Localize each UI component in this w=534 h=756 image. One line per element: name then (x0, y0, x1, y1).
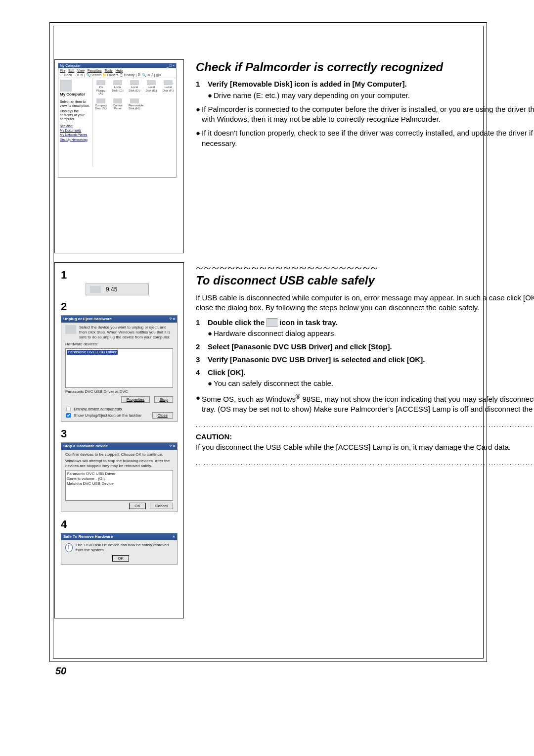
step-4-number: 4 (61, 518, 178, 531)
wave-divider: ~~~~~~~~~~~~~~~~~~~~~~~ (196, 262, 534, 274)
step-1-number: 1 (61, 269, 178, 282)
disk-icon (147, 80, 156, 85)
mycomputer-left-hint2: Displays the contents of your computer (60, 109, 91, 121)
unplug-dialog: Unplug or Eject Hardware ? × Select the … (61, 315, 178, 422)
s2-step1-sub: Hardware disconnect dialog appears. (214, 329, 336, 338)
drive-e: Local Disk (E:) (146, 86, 157, 92)
info-icon: i (65, 543, 73, 552)
eject-dialog-icon (65, 325, 76, 334)
properties-button[interactable]: Properties (121, 396, 150, 403)
stop-item-2: Generic volume - (G:) (67, 476, 172, 481)
stop-title: Stop a Hardware device (63, 444, 108, 449)
mycomputer-left-hint: Select an item to view its description. (60, 100, 91, 107)
bullet-dot-icon: ● (196, 104, 202, 125)
disk-icon (164, 80, 173, 85)
removable-disk-icon (130, 98, 139, 103)
right-column: Check if Palmcorder is correctly recogni… (196, 59, 534, 627)
mycomputer-window: My Computer _ □ × File Edit View Favorit… (58, 63, 177, 178)
menu-bar: File Edit View Favorites Tools Help (58, 68, 176, 73)
window-controls-icon: ? × (169, 317, 175, 322)
menu-view: View (77, 69, 85, 72)
menu-tools: Tools (104, 69, 112, 72)
dotted-divider: ........................................… (196, 459, 534, 467)
s2-step4-text: Click [OK]. (208, 368, 534, 378)
stop-item-3: Matshita DVC USB Device (67, 481, 172, 486)
bullet-dot-icon: ● (208, 378, 214, 388)
left-column: My Computer _ □ × File Edit View Favorit… (54, 59, 184, 627)
mycomputer-large-icon (60, 80, 72, 92)
s1-step1-num: 1 (196, 79, 208, 89)
s2-step1-num: 1 (196, 318, 208, 328)
cd-icon (96, 98, 105, 103)
safe-msg: The 'USB Disk H:' device can now be safe… (76, 543, 173, 553)
disk-icon (113, 80, 122, 85)
task-tray: 9:45 (86, 284, 149, 295)
bullet-dot-icon: ● (208, 329, 214, 338)
bullet-dot-icon: ● (196, 393, 202, 415)
dotted-divider: ........................................… (196, 421, 534, 429)
eject-icon (267, 318, 277, 327)
drive-g: Compact Disc (G:) (95, 104, 107, 110)
menu-favorites: Favorites (88, 69, 102, 72)
stop-item-1: Panasonic DVC USB Driver (67, 472, 172, 476)
s2-step3-text: Verify [Panasonic DVC USB Driver] is sel… (208, 355, 534, 365)
window-controls-icon: ? × (169, 444, 175, 449)
figure-my-computer: My Computer _ □ × File Edit View Favorit… (54, 59, 184, 253)
mycomputer-title: My Computer (60, 64, 81, 68)
s1-bullet1: If Palmcorder is connected to the comput… (202, 104, 534, 125)
unplug-title: Unplug or Eject Hardware (63, 317, 112, 322)
ok-button[interactable]: OK (112, 555, 129, 562)
s1-bullet2: If it doesn't function properly, check t… (202, 128, 534, 148)
bullet-dot-icon: ● (196, 128, 202, 148)
window-controls-icon: _ □ × (167, 64, 175, 68)
stop-device-dialog: Stop a Hardware device ? × Confirm devic… (61, 442, 178, 512)
figure-disconnect-steps: 1 9:45 2 Unplug or Eject Hardware ? × Se… (54, 262, 184, 618)
drive-d: Local Disk (D:) (129, 86, 140, 92)
cancel-button[interactable]: Cancel (150, 503, 173, 509)
unplug-at-location: Panasonic DVC USB Driver at DVC (65, 389, 173, 394)
menu-edit: Edit (68, 69, 74, 72)
ok-button[interactable]: OK (129, 503, 146, 509)
menu-file: File (60, 69, 65, 72)
tray-time: 9:45 (106, 286, 117, 293)
link-dialup: Dial-Up Networking (60, 138, 91, 142)
s2-note: Some OS, such as Windows® 98SE, may not … (202, 393, 534, 415)
menu-help: Help (116, 69, 123, 72)
s2-step4-sub: You can safely disconnect the cable. (214, 378, 333, 388)
s2-step4-num: 4 (196, 368, 208, 378)
link-seealso: See also: (60, 124, 91, 128)
caution-text: If you disconnect the USB Cable while th… (196, 442, 534, 452)
link-network: My Network Places (60, 133, 91, 137)
unplug-header: Hardware devices: (65, 342, 173, 347)
unplug-msg: Select the device you want to unplug or … (79, 325, 173, 340)
safe-remove-dialog: Safe To Remove Hardware × i The 'USB Dis… (61, 533, 178, 565)
page-number: 50 (55, 665, 66, 677)
control-panel: Control Panel (113, 104, 122, 110)
s2-step2-num: 2 (196, 342, 208, 352)
s2-step1-text: Double click the icon in task tray. (208, 318, 534, 328)
mycomputer-left-label: My Computer (60, 93, 91, 97)
s1-step1-text: Verify [Removable Disk] icon is added in… (208, 79, 534, 89)
stop-button[interactable]: Stop (154, 396, 173, 403)
s1-step1-sub: Drive name (E: etc.) may vary depending … (214, 91, 410, 100)
section2-intro: If USB cable is disconnected while compu… (196, 293, 534, 313)
bullet-dot-icon: ● (208, 91, 214, 100)
show-tray-icon-checkbox[interactable]: Show Unplug/Eject icon on the taskbar (65, 412, 142, 419)
s2-step3-num: 3 (196, 355, 208, 365)
floppy-icon (96, 80, 105, 85)
section1-title: Check if Palmcorder is correctly recogni… (196, 59, 534, 75)
control-panel-icon (113, 98, 122, 103)
unplug-selected-device: Panasonic DVC USB Driver (67, 350, 118, 355)
close-button[interactable]: Close (152, 412, 173, 419)
toolbar: ← Back → ▾ ⟲ | 🔍Search 📁Folders ⌚History… (58, 73, 176, 78)
stop-msg1: Confirm devices to be stopped. Choose OK… (65, 452, 173, 457)
step-3-number: 3 (61, 427, 178, 440)
drive-f: Local Disk (F:) (163, 86, 174, 92)
s2-step2-text: Select [Panasonic DVC USB Driver] and cl… (208, 342, 534, 352)
drive-c: Local Disk (C:) (112, 86, 123, 92)
display-components-checkbox[interactable]: Display device components (65, 407, 122, 411)
step-2-number: 2 (61, 300, 178, 313)
disk-icon (130, 80, 139, 85)
drive-a: 3½ Floppy (A:) (96, 86, 105, 95)
safe-title: Safe To Remove Hardware (63, 534, 113, 539)
